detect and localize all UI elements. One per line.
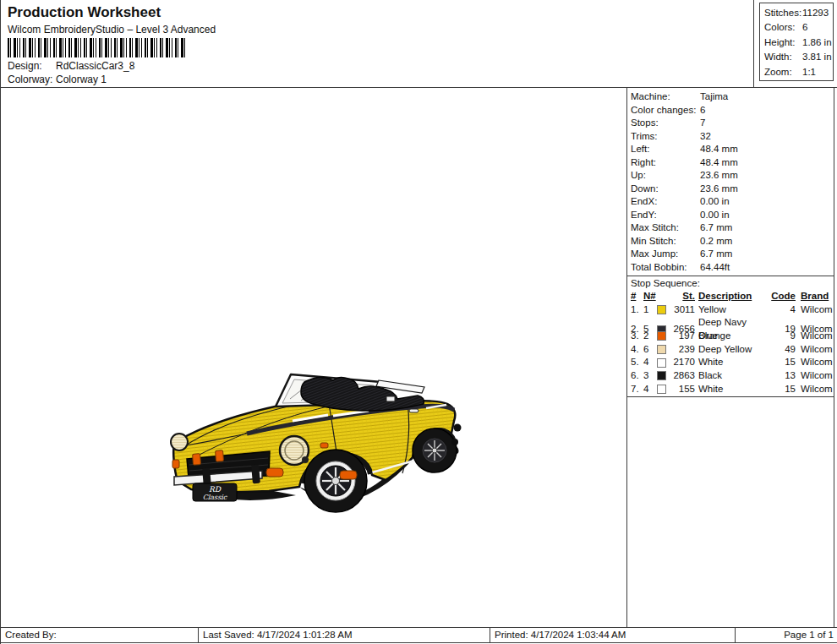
summary-row: Zoom:1:1 <box>764 65 833 79</box>
summary-row: Stitches:11293 <box>764 6 833 20</box>
stop-row: 6.3 2863 Black 13 Wilcom <box>631 369 834 383</box>
front-wheel <box>304 450 367 512</box>
stop-stitches: 197 <box>670 330 695 343</box>
stop-needle: 4 <box>643 383 657 396</box>
exhaust-tip <box>451 439 458 445</box>
created-by: Created By: <box>1 628 198 642</box>
stop-description: Orange <box>698 330 765 343</box>
design-label: Design: <box>8 60 56 72</box>
info-value: 0.00 in <box>700 209 730 222</box>
col-num: # <box>631 291 636 301</box>
info-row: Machine:Tajima <box>631 90 834 104</box>
plate-text-line2: Classic <box>203 494 227 501</box>
info-label: Down: <box>631 183 700 196</box>
stop-needle: 2 <box>643 330 657 343</box>
stop-stitches: 3011 <box>670 303 695 317</box>
side-mirror <box>386 396 395 401</box>
footer: Created By: Last Saved: 4/17/2024 1:01:2… <box>1 627 837 643</box>
summary-value: 1:1 <box>802 65 816 79</box>
stop-sequence-title: Stop Sequence: <box>627 276 834 290</box>
info-value: 0.00 in <box>700 195 730 209</box>
rear-wheel <box>413 428 457 472</box>
summary-row: Width:3.81 in <box>764 50 833 64</box>
page-number: Page 1 of 1 <box>735 628 837 642</box>
col-brand: Brand <box>801 291 829 301</box>
stop-description: White <box>698 356 765 369</box>
stop-code: 4 <box>765 303 796 317</box>
stop-description: Deep Yellow <box>698 343 765 357</box>
col-code: Code <box>771 291 796 301</box>
info-label: Left: <box>631 143 700 156</box>
stop-stitches: 2170 <box>670 356 695 369</box>
design-preview-area: RD Classic <box>1 88 626 627</box>
stop-sequence-table: # N# St. Description Code Brand 1.1 3011… <box>627 290 834 397</box>
stop-description: White <box>698 383 765 396</box>
stop-row: 7.4 155 White 15 Wilcom <box>631 383 834 396</box>
stop-needle: 3 <box>643 369 657 383</box>
stop-num: 6. <box>631 369 643 383</box>
bumper-overrider <box>251 465 260 484</box>
summary-value: 6 <box>802 20 807 35</box>
info-label: Min Stitch: <box>631 235 700 248</box>
info-label: Max Jump: <box>631 248 700 261</box>
summary-label: Width: <box>764 50 802 64</box>
info-value: 48.4 mm <box>700 156 738 170</box>
stop-brand: Wilcom <box>801 343 834 357</box>
info-row: Trims:32 <box>631 130 834 144</box>
info-value: 23.6 mm <box>700 183 738 196</box>
headlight-main <box>280 436 309 465</box>
info-value: 23.6 mm <box>700 169 738 183</box>
stop-needle: 6 <box>643 343 657 357</box>
info-row: Up:23.6 mm <box>631 169 834 183</box>
design-row: Design: RdClassicCar3_8 <box>8 60 134 72</box>
stop-stitches: 2863 <box>670 369 695 383</box>
thread-color-swatch <box>657 305 666 314</box>
stop-code: 9 <box>765 330 796 343</box>
info-label: Right: <box>631 156 700 170</box>
info-row: Stops:7 <box>631 117 834 130</box>
headlight-left <box>171 434 188 450</box>
stop-code: 15 <box>765 383 796 396</box>
stop-num: 5. <box>631 356 643 369</box>
stop-brand: Wilcom <box>801 303 834 317</box>
stop-num: 7. <box>631 383 643 396</box>
stop-stitches: 239 <box>670 343 695 357</box>
info-label: Stops: <box>631 117 700 130</box>
info-value: 32 <box>700 130 711 144</box>
thread-color-swatch <box>657 385 666 394</box>
stop-row: 5.4 2170 White 15 Wilcom <box>631 356 834 369</box>
info-row: Right:48.4 mm <box>631 156 834 170</box>
thread-color-swatch <box>657 331 666 341</box>
thread-color-swatch <box>657 358 666 368</box>
stop-code: 49 <box>765 343 796 357</box>
thread-color-swatch <box>657 371 666 380</box>
summary-label: Stitches: <box>764 6 802 20</box>
header-divider <box>753 0 754 88</box>
info-value: 6.7 mm <box>700 248 732 261</box>
stop-sequence-header-row: # N# St. Description Code Brand <box>631 290 834 303</box>
info-value: 0.2 mm <box>700 235 732 248</box>
info-label: Max Stitch: <box>631 221 700 235</box>
stop-row: 3.2 197 Orange 9 Wilcom <box>631 330 834 343</box>
stop-needle: 1 <box>643 303 657 317</box>
stop-code: 13 <box>765 369 796 383</box>
summary-label: Zoom: <box>764 65 802 79</box>
machine-info: Machine:Tajima Color changes:6 Stops:7 T… <box>627 88 834 276</box>
stop-row: 2.5 2656 Deep Navy Blue 19 Wilcom <box>631 316 834 330</box>
summary-label: Height: <box>764 35 802 50</box>
car-design-artwork: RD Classic <box>167 368 465 519</box>
info-row: Max Jump:6.7 mm <box>631 248 834 261</box>
header: Production Worksheet Wilcom EmbroiderySt… <box>1 0 837 88</box>
printed: Printed: 4/17/2024 1:03:44 AM <box>490 628 735 642</box>
info-value: 6 <box>700 104 705 117</box>
info-value: Tajima <box>700 90 728 104</box>
stop-num: 3. <box>631 330 643 343</box>
col-description: Description <box>698 291 752 301</box>
summary-row: Colors:6 <box>764 20 833 35</box>
info-row: Min Stitch:0.2 mm <box>631 235 834 248</box>
machine-details-panel: Machine:Tajima Color changes:6 Stops:7 T… <box>626 88 834 627</box>
stop-num: 1. <box>631 303 643 317</box>
summary-value: 3.81 in <box>802 50 832 64</box>
rear-bumper-end <box>454 424 462 432</box>
info-label: EndY: <box>631 209 700 222</box>
